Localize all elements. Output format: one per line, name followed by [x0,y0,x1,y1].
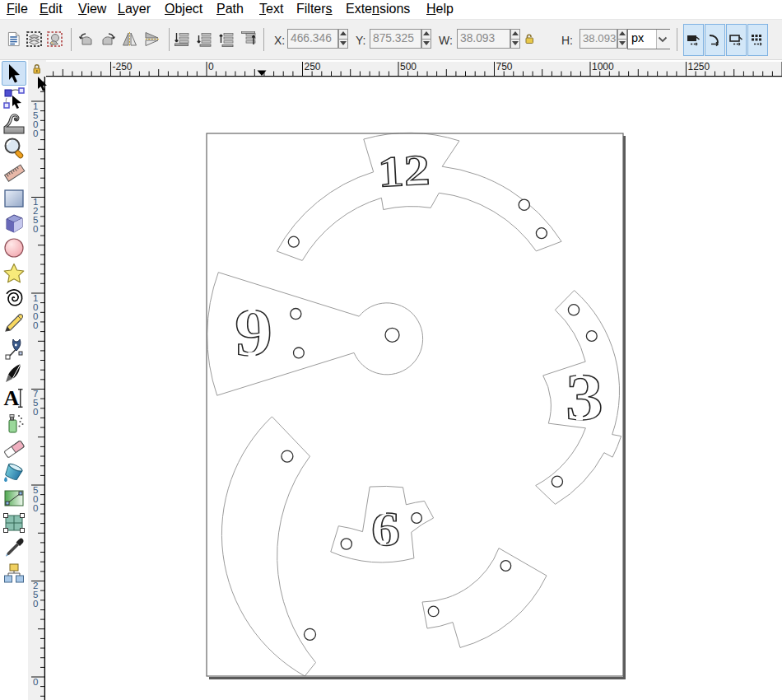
svg-text:A: A [4,386,20,409]
